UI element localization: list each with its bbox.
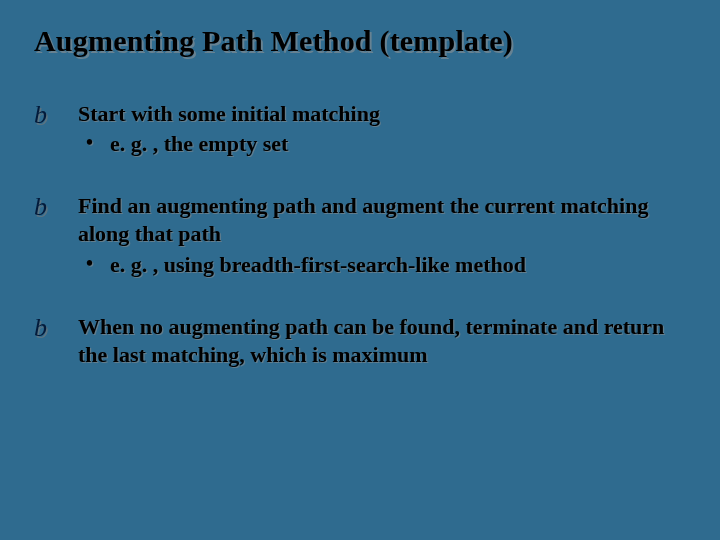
- sub-item: • e. g. , using breadth-first-search-lik…: [78, 251, 686, 279]
- item-text: Find an augmenting path and augment the …: [78, 192, 686, 248]
- slide: Augmenting Path Method (template) b Star…: [0, 0, 720, 540]
- item-text: When no augmenting path can be found, te…: [78, 313, 686, 369]
- bullet-icon: b: [34, 192, 78, 220]
- sub-item: • e. g. , the empty set: [78, 130, 380, 158]
- bullet-icon: b: [34, 100, 78, 128]
- dot-icon: •: [78, 130, 110, 156]
- dot-icon: •: [78, 251, 110, 277]
- list-item: b Start with some initial matching • e. …: [34, 100, 686, 158]
- list-item: b When no augmenting path can be found, …: [34, 313, 686, 369]
- bullet-icon: b: [34, 313, 78, 341]
- list-item: b Find an augmenting path and augment th…: [34, 192, 686, 278]
- item-text: Start with some initial matching: [78, 100, 380, 128]
- sub-text: e. g. , the empty set: [110, 130, 288, 158]
- sub-text: e. g. , using breadth-first-search-like …: [110, 251, 526, 279]
- item-body: Start with some initial matching • e. g.…: [78, 100, 380, 158]
- item-body: When no augmenting path can be found, te…: [78, 313, 686, 369]
- item-body: Find an augmenting path and augment the …: [78, 192, 686, 278]
- slide-title: Augmenting Path Method (template): [34, 24, 686, 58]
